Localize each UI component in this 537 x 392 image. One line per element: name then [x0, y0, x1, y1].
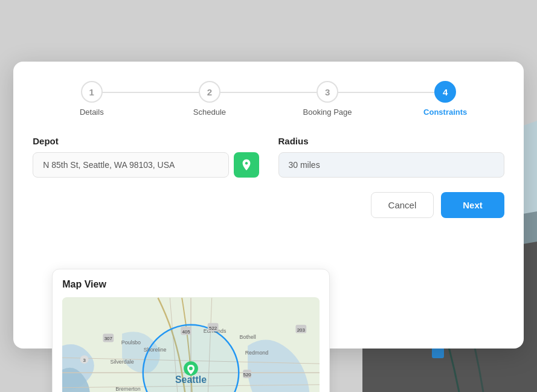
svg-text:405: 405	[182, 329, 191, 335]
svg-text:3: 3	[83, 358, 86, 363]
depot-label: Depot	[33, 136, 259, 146]
modal-container: 1 Details 2 Schedule 3 Booking Page 4 Co…	[13, 62, 524, 349]
step-label-1: Details	[80, 108, 104, 117]
step-circle-2: 2	[199, 81, 220, 103]
svg-point-12	[189, 367, 193, 370]
map-container: Seattle Edmonds Bothell Redmond Shorelin…	[62, 297, 320, 392]
step-3: 3 Booking Page	[269, 81, 387, 117]
button-row: Cancel Next	[33, 192, 504, 218]
map-svg: Seattle Edmonds Bothell Redmond Shorelin…	[62, 297, 320, 392]
step-circle-1: 1	[81, 81, 103, 103]
step-label-4: Constraints	[423, 108, 467, 117]
depot-group: Depot	[33, 136, 259, 178]
step-number-3: 3	[325, 87, 330, 97]
step-number-2: 2	[207, 87, 212, 97]
depot-input[interactable]	[33, 152, 228, 178]
radius-label: Radius	[278, 136, 504, 146]
svg-text:Seattle: Seattle	[175, 374, 207, 385]
map-view-card: Map View	[52, 269, 330, 392]
step-2: 2 Schedule	[150, 81, 268, 117]
step-4: 4 Constraints	[387, 81, 504, 117]
location-pin-icon	[240, 158, 253, 172]
step-number-1: 1	[89, 87, 94, 97]
svg-text:Poulsbo: Poulsbo	[121, 339, 141, 345]
step-circle-4: 4	[434, 81, 456, 103]
form-row: Depot Radius	[33, 136, 504, 178]
stepper: 1 Details 2 Schedule 3 Booking Page 4 Co…	[33, 81, 504, 117]
svg-text:Silverdale: Silverdale	[111, 359, 134, 365]
svg-text:520: 520	[243, 372, 252, 378]
svg-text:Bothell: Bothell	[240, 334, 256, 340]
radius-group: Radius	[278, 136, 504, 178]
svg-text:Redmond: Redmond	[245, 350, 269, 356]
step-number-4: 4	[443, 87, 448, 97]
step-circle-3: 3	[317, 81, 338, 103]
svg-text:307: 307	[105, 336, 112, 342]
step-label-3: Booking Page	[303, 108, 352, 117]
cancel-button[interactable]: Cancel	[371, 192, 434, 218]
depot-input-row	[33, 152, 259, 178]
step-label-2: Schedule	[193, 108, 226, 117]
svg-text:Bremerton: Bremerton	[115, 386, 141, 392]
map-view-title: Map View	[62, 279, 320, 290]
svg-text:Shoreline: Shoreline	[144, 347, 167, 353]
radius-input[interactable]	[278, 152, 504, 178]
location-pin-button[interactable]	[234, 152, 259, 178]
svg-text:203: 203	[297, 327, 306, 333]
step-1: 1 Details	[33, 81, 150, 117]
svg-rect-2	[432, 347, 444, 358]
next-button[interactable]: Next	[441, 192, 504, 218]
svg-text:522: 522	[209, 326, 217, 331]
